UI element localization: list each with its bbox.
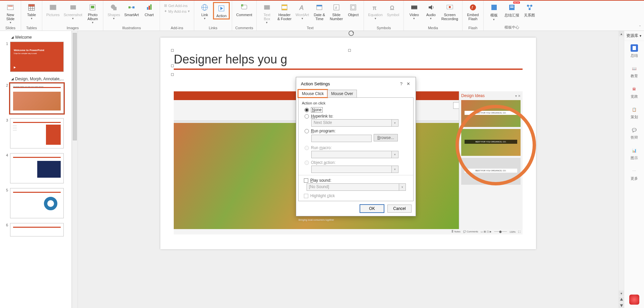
svg-rect-35 [317, 5, 322, 6]
scroll-down-icon[interactable]: ▾ [619, 291, 624, 296]
datetime-button[interactable]: Date & Time [311, 2, 328, 21]
label: 更多 [631, 176, 638, 181]
slide-thumb-3[interactable]: • ───• ───• ───• ─── [10, 118, 64, 148]
smartart-button[interactable]: SmartArt [122, 2, 141, 17]
shapes-button[interactable]: Shapes▾ [105, 2, 122, 21]
equation-button[interactable]: πEquation▾ [366, 2, 384, 21]
label: Audio [426, 13, 436, 17]
label: Screenshot [64, 13, 83, 17]
rpane-promo[interactable] [624, 291, 644, 308]
label: SmartArt [124, 13, 139, 17]
table-button[interactable]: Table ▾ [23, 2, 40, 21]
label: Symbol [387, 13, 399, 17]
selection-handle[interactable] [171, 73, 174, 76]
link-button[interactable]: Link▾ [196, 2, 213, 21]
next-slide-icon[interactable]: ⯆ [619, 303, 624, 308]
relation-button[interactable]: 关系图 [521, 2, 538, 18]
label: Comment [236, 13, 252, 17]
canvas-scrollbar[interactable]: ▴ ▾ ⯅ ⯆ [619, 31, 624, 308]
ribbon: New Slide ▾ Slides Table ▾ Tables Pictur… [0, 1, 644, 31]
rotate-handle-icon[interactable] [348, 30, 354, 36]
tab-mouse-click[interactable]: Mouse Click [298, 90, 327, 97]
comment-button[interactable]: +Comment [234, 2, 254, 17]
object-button[interactable]: Object [345, 2, 362, 17]
svg-point-57 [349, 31, 354, 36]
browse-button[interactable]: Browse... [374, 134, 398, 141]
slide-thumb-4[interactable] [10, 153, 64, 183]
dialog-close-button[interactable]: ✕ [405, 81, 412, 87]
label: Slide Number [330, 13, 343, 21]
dialog-help-button[interactable]: ? [398, 81, 405, 87]
slidenumber-button[interactable]: #Slide Number [328, 2, 345, 21]
action-button[interactable]: Action [213, 2, 230, 19]
tab-mouse-over[interactable]: Mouse Over [327, 90, 357, 97]
radio-run-program[interactable]: Run program: [305, 129, 410, 133]
get-addins-button[interactable]: ⊞Get Add-ins [164, 3, 190, 8]
radio-hyperlink[interactable]: Hyperlink to: [305, 114, 410, 119]
template-icon [489, 3, 499, 12]
svg-rect-53 [510, 7, 514, 8]
cancel-button[interactable]: Cancel [387, 205, 412, 213]
symbol-button[interactable]: ΩSymbol [385, 2, 401, 17]
selection-handle[interactable] [171, 49, 174, 52]
slide-thumb-2[interactable]: Designer helps you get your point across [10, 83, 64, 114]
rpane-item-5[interactable]: 📊图示 [624, 143, 644, 164]
video-button[interactable]: Video▾ [406, 2, 423, 21]
hyperlink-combo[interactable]: Next Slide▾ [311, 119, 398, 127]
textbox-button[interactable]: AText Box▾ [259, 2, 275, 25]
label: Equation [368, 13, 382, 17]
selection-handle[interactable] [348, 49, 351, 52]
svg-rect-17 [147, 7, 148, 10]
chart-button[interactable]: Chart [141, 2, 158, 17]
audio-button[interactable]: Audio▾ [423, 2, 439, 21]
summary-button[interactable]: NEW总结汇报 [502, 2, 521, 18]
sound-combo[interactable]: [No Sound]▾ [307, 183, 406, 191]
chevron-down-icon[interactable]: ▼ [639, 34, 642, 38]
chart-icon [145, 3, 154, 12]
screen-recording-button[interactable]: Screen Recording [439, 2, 460, 21]
ribbon-collapse-button[interactable]: ˇ [636, 25, 644, 31]
selection-handle[interactable] [171, 64, 174, 67]
section-welcome[interactable]: ◢Welcome [11, 35, 68, 40]
chevron-down-icon[interactable]: ▾ [391, 120, 398, 126]
textbox-icon: A [262, 3, 272, 12]
slide-thumb-6[interactable] [10, 223, 64, 236]
check-play-sound[interactable]: Play sound: [304, 178, 410, 183]
label: Action [216, 14, 227, 18]
scroll-up-icon[interactable]: ▴ [619, 31, 624, 36]
embed-flash-button[interactable]: fEmbed Flash [465, 2, 481, 21]
run-program-input[interactable] [311, 135, 372, 142]
group-label: Illustrations [103, 26, 159, 30]
puzzle-icon: ✦ [164, 9, 167, 13]
my-addins-button[interactable]: ✦My Add-ins ▾ [164, 9, 190, 13]
rpane-item-0[interactable]: 总结 [624, 41, 644, 61]
rpane-item-2[interactable]: 🏛党政 [624, 82, 644, 102]
label: 党政 [631, 94, 638, 99]
rpane-item-6[interactable]: ⋯更多 [624, 164, 644, 184]
panel-scrollbar[interactable] [72, 31, 78, 308]
ok-button[interactable]: OK [360, 205, 384, 213]
chevron-down-icon[interactable]: ▾ [399, 184, 406, 190]
screenshot-button[interactable]: Screenshot▾ [62, 2, 85, 21]
audio-icon [426, 3, 436, 12]
action-settings-dialog: Action Settings ? ✕ Mouse Click Mouse Ov… [296, 77, 416, 216]
photo-album-button[interactable]: Photo Album▾ [84, 2, 101, 25]
rpane-item-1[interactable]: 📖教育 [624, 61, 644, 82]
prev-slide-icon[interactable]: ⯅ [619, 297, 624, 302]
slide-title[interactable]: Designer helps you g [174, 52, 523, 70]
pictures-button[interactable]: Pictures [44, 2, 62, 17]
section-design[interactable]: ◢Design, Morph, Annotate,... [11, 77, 68, 81]
rpane-item-3[interactable]: 📋策划 [624, 102, 644, 123]
slide-thumb-1[interactable]: Welcome to PowerPoint5 tips for a simple… [10, 42, 64, 72]
header-footer-button[interactable]: Header & Footer [275, 2, 293, 21]
radio-none[interactable]: None [305, 107, 410, 113]
template-button[interactable]: 模板▾ [486, 2, 502, 22]
rpane-item-4[interactable]: 💬答辩 [624, 123, 644, 143]
new-slide-button[interactable]: New Slide ▾ [2, 2, 19, 25]
wordart-button[interactable]: AWordArt▾ [293, 2, 311, 21]
slide-thumb-5[interactable] [10, 188, 64, 218]
svg-rect-43 [411, 5, 417, 6]
smartart-icon [127, 3, 136, 12]
slidenumber-icon: # [332, 3, 341, 12]
ribbon-group-illustrations: Shapes▾ SmartArt Chart Illustrations [103, 1, 160, 31]
